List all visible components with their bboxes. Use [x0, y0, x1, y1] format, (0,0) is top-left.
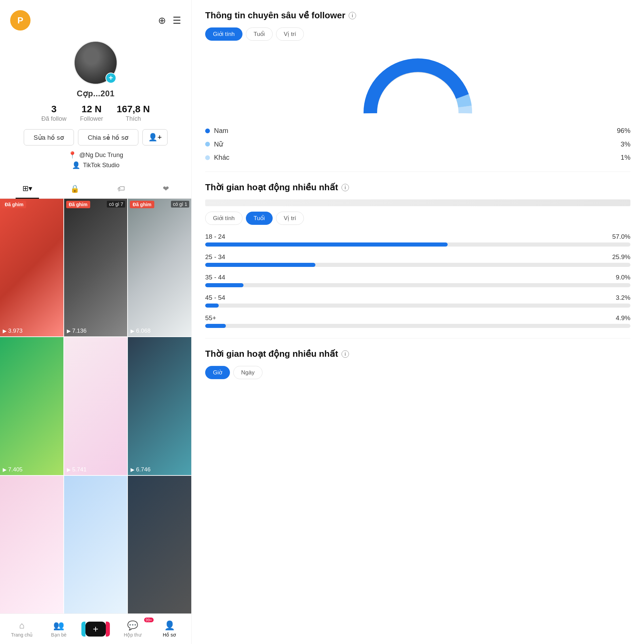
video-cell-2[interactable]: Đã ghimcó gì 7▶7.136 [64, 199, 128, 336]
filter-hour-btn[interactable]: Giờ [205, 366, 230, 379]
video-cell-6[interactable]: ▶6.746 [128, 337, 191, 475]
info-icon-3[interactable]: i [341, 350, 349, 358]
stat-followers: 12 N Follower [80, 104, 103, 122]
divider-1 [205, 172, 630, 172]
nav-friends-label: Bạn bè [51, 632, 66, 638]
nav-profile[interactable]: 👤 Hồ sơ [151, 620, 188, 638]
content-tabs: ⊞▾ 🔒 🏷 ❤ [0, 179, 191, 199]
left-panel: P ⊕ ☰ + Cợp...201 3 Đã follow 12 N Follo… [0, 0, 192, 644]
bar-track-0 [205, 242, 630, 247]
avatar-wrapper: + [74, 41, 118, 85]
filter-location-btn[interactable]: Vị trí [276, 27, 304, 41]
section3-filter-tabs: Giờ Ngày [205, 366, 630, 379]
filter-location-btn-2[interactable]: Vị trí [276, 212, 304, 225]
bar-fill-1 [205, 263, 315, 267]
nav-inbox-label: Hộp thư [124, 632, 141, 638]
filter-day-btn[interactable]: Ngày [233, 366, 262, 379]
studio-link[interactable]: 👤 TikTok Studio [72, 161, 119, 169]
divider-2 [205, 338, 630, 338]
nav-home[interactable]: ⌂ Trang chủ [3, 620, 40, 638]
section3-title: Thời gian hoạt động nhiều nhất i [205, 349, 630, 359]
bar-track-4 [205, 324, 630, 328]
filter-age-btn-2[interactable]: Tuổi [246, 212, 273, 225]
bar-row-0: 18 - 24 57.0% [205, 233, 630, 247]
video-cell-9[interactable] [128, 476, 191, 613]
filter-gender-btn-2[interactable]: Giới tính [205, 212, 242, 225]
bar-fill-0 [205, 242, 448, 247]
add-avatar-button[interactable]: + [105, 73, 116, 83]
stat-following: 3 Đã follow [41, 104, 66, 122]
top-bar: P ⊕ ☰ [0, 0, 191, 34]
video-cell-7[interactable] [0, 476, 63, 613]
location-link: 📍 @Ng Duc Trung [68, 151, 123, 159]
profile-section: + Cợp...201 3 Đã follow 12 N Follower 16… [0, 34, 191, 179]
bar-row-2: 35 - 44 9.0% [205, 274, 630, 287]
nav-inbox[interactable]: 💬 99+ Hộp thư [114, 620, 151, 638]
age-bars: 18 - 24 57.0% 25 - 34 25.9% 35 - 44 9.0% [205, 233, 630, 328]
bar-fill-4 [205, 324, 226, 328]
section1-title: Thông tin chuyên sâu về follower i [205, 10, 630, 21]
male-dot [205, 129, 210, 133]
section2-title: Thời gian hoạt động nhiều nhất i [205, 182, 630, 193]
legend-other: Khác 1% [205, 154, 630, 161]
tab-locked[interactable]: 🔒 [63, 179, 86, 198]
stats-row: 3 Đã follow 12 N Follower 167,8 N Thích [41, 104, 150, 122]
friends-icon: 👥 [53, 620, 64, 631]
video-cell-1[interactable]: Đã ghim▶3.973 [0, 199, 63, 336]
legend-female: Nữ 3% [205, 140, 630, 148]
video-grid: Đã ghim▶3.973Đã ghimcó gì 7▶7.136Đã ghim… [0, 199, 191, 613]
right-panel: Thông tin chuyên sâu về follower i Giới … [192, 0, 644, 644]
info-icon-2[interactable]: i [341, 184, 349, 191]
menu-icon[interactable]: ☰ [173, 15, 181, 26]
female-dot [205, 142, 210, 147]
action-buttons: Sửa hồ sơ Chia sẻ hồ sơ 👤+ [24, 129, 168, 145]
video-cell-3[interactable]: Đã ghimcó gì 1▶6.068 [128, 199, 191, 336]
count-label-3: có gì 1 [171, 201, 189, 208]
pinned-badge-2: Đã ghim [66, 201, 90, 208]
top-bar-right: ⊕ ☰ [158, 15, 181, 26]
bookmark-icon[interactable]: ⊕ [158, 15, 166, 26]
inbox-icon: 💬 [127, 620, 138, 631]
section1-filter-tabs: Giới tính Tuổi Vị trí [205, 27, 630, 41]
tab-liked[interactable]: ❤ [156, 179, 176, 198]
edit-profile-button[interactable]: Sửa hồ sơ [24, 129, 74, 145]
share-profile-button[interactable]: Chia sẻ hồ sơ [78, 129, 138, 145]
video-cell-5[interactable]: ▶5.741 [64, 337, 128, 475]
view-count-1: ▶3.973 [3, 328, 23, 334]
view-count-5: ▶5.741 [67, 466, 87, 473]
add-button[interactable]: + [85, 622, 106, 637]
bottom-nav: ⌂ Trang chủ 👥 Bạn bè + 💬 99+ Hộp thư 👤 H… [0, 613, 191, 644]
bar-fill-3 [205, 304, 219, 308]
view-count-6: ▶6.746 [131, 466, 151, 473]
tab-tagged[interactable]: 🏷 [111, 179, 132, 198]
profile-links: 📍 @Ng Duc Trung 👤 TikTok Studio [68, 151, 123, 169]
other-dot [205, 155, 210, 160]
follower-info-section: Thông tin chuyên sâu về follower i Giới … [205, 10, 630, 161]
pinned-badge-1: Đã ghim [2, 201, 26, 208]
video-cell-4[interactable]: ▶7.405 [0, 337, 63, 475]
tab-videos[interactable]: ⊞▾ [16, 179, 39, 199]
stat-likes: 167,8 N Thích [117, 104, 150, 122]
app-logo: P [10, 10, 31, 31]
view-count-2: ▶7.136 [67, 328, 87, 334]
inbox-badge: 99+ [144, 618, 154, 622]
legend-male: Nam 96% [205, 127, 630, 135]
pinned-badge-3: Đã ghim [130, 201, 154, 208]
section2-filter-tabs: Giới tính Tuổi Vị trí [205, 212, 630, 225]
nav-profile-label: Hồ sơ [163, 632, 176, 638]
bar-fill-2 [205, 283, 243, 287]
filter-age-btn[interactable]: Tuổi [246, 27, 273, 41]
count-label-2: có gì 7 [107, 201, 125, 208]
info-icon-1[interactable]: i [349, 12, 356, 19]
nav-friends[interactable]: 👥 Bạn bè [40, 620, 77, 638]
username: Cợp...201 [77, 89, 115, 98]
home-icon: ⌂ [19, 620, 25, 631]
video-cell-8[interactable] [64, 476, 128, 613]
view-count-4: ▶7.405 [3, 466, 23, 473]
filter-gender-btn[interactable]: Giới tính [205, 27, 242, 41]
activity-time-section: Thời gian hoạt động nhiều nhất i Giới tí… [205, 182, 630, 328]
nav-add[interactable]: + [77, 622, 114, 637]
bar-row-4: 55+ 4.9% [205, 314, 630, 328]
section3: Thời gian hoạt động nhiều nhất i Giờ Ngà… [205, 349, 630, 379]
add-friend-button[interactable]: 👤+ [142, 129, 168, 145]
